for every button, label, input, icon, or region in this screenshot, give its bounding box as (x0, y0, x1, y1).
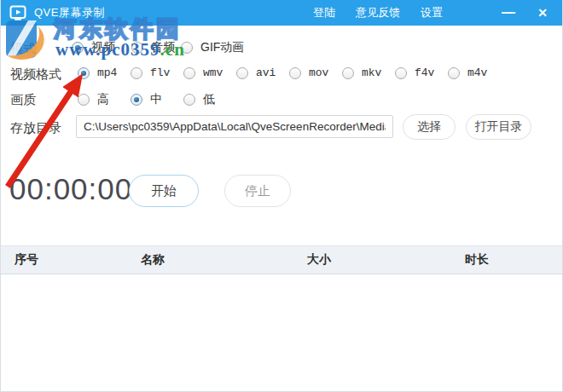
radio-quality-medium[interactable]: 中 (131, 92, 162, 107)
window-title: QVE屏幕录制 (34, 5, 105, 20)
radio-icon (78, 94, 90, 106)
radio-format-mp4[interactable]: mp4 (78, 66, 117, 79)
close-button[interactable]: ✕ (531, 6, 554, 20)
titlebar: QVE屏幕录制 登陆 意见反馈 设置 — ✕ (1, 0, 563, 26)
select-directory-button[interactable]: 选择 (403, 114, 456, 140)
radio-icon (236, 67, 248, 79)
radio-icon (448, 67, 460, 79)
mode-label: 模式 (10, 41, 36, 57)
radio-quality-low[interactable]: 低 (183, 92, 215, 107)
app-window: QVE屏幕录制 登陆 意见反馈 设置 — ✕ 模式 视频 音频 GIF动画 视频… (0, 0, 563, 392)
app-logo-icon (9, 4, 26, 21)
radio-format-mkv[interactable]: mkv (342, 66, 381, 79)
radio-format-f4v[interactable]: f4v (395, 66, 434, 79)
radio-selected-icon (78, 67, 90, 79)
radio-icon (395, 67, 407, 79)
radio-format-m4v[interactable]: m4v (448, 66, 487, 79)
radio-icon (131, 67, 142, 79)
minimize-button[interactable]: — (497, 5, 519, 20)
stop-button[interactable]: 停止 (224, 175, 291, 207)
radio-format-flv[interactable]: flv (131, 66, 170, 79)
radio-mode-audio[interactable]: 音频 (131, 40, 175, 55)
radio-icon (342, 67, 354, 79)
column-header-size: 大小 (293, 252, 451, 268)
radio-selected-icon (72, 42, 84, 54)
recordings-table-body (1, 275, 563, 392)
open-directory-button[interactable]: 打开目录 (466, 114, 531, 140)
radio-format-avi[interactable]: avi (236, 66, 276, 79)
recording-timer: 00:00:00 (9, 172, 132, 206)
column-header-name: 名称 (127, 252, 293, 268)
login-button[interactable]: 登陆 (313, 5, 335, 20)
radio-quality-high[interactable]: 高 (78, 92, 109, 107)
radio-icon (289, 67, 301, 79)
settings-button[interactable]: 设置 (421, 5, 443, 20)
start-button[interactable]: 开始 (129, 175, 199, 207)
radio-icon (183, 67, 195, 79)
column-header-duration: 时长 (451, 252, 563, 268)
radio-mode-video[interactable]: 视频 (72, 40, 115, 55)
directory-input[interactable] (76, 115, 393, 138)
quality-label: 画质 (10, 92, 36, 108)
format-label: 视频格式 (10, 66, 61, 83)
radio-icon (181, 42, 193, 54)
radio-icon (131, 42, 143, 54)
directory-label: 存放目录 (10, 120, 61, 136)
radio-format-wmv[interactable]: wmv (183, 66, 223, 79)
feedback-button[interactable]: 意见反馈 (356, 5, 400, 20)
recordings-table-header: 序号 名称 大小 时长 (1, 245, 563, 274)
column-header-index: 序号 (1, 252, 127, 268)
radio-selected-icon (131, 94, 142, 106)
radio-format-mov[interactable]: mov (289, 66, 328, 79)
radio-icon (183, 94, 195, 106)
radio-mode-gif[interactable]: GIF动画 (181, 40, 244, 55)
